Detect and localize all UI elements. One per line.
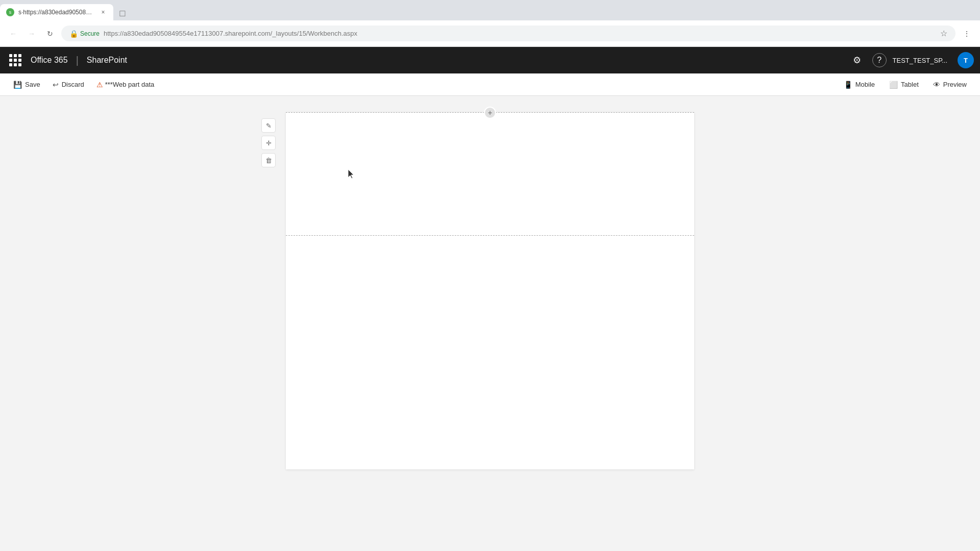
tablet-icon: ⬜ xyxy=(889,81,898,89)
tablet-label: Tablet xyxy=(901,81,919,88)
edit-webpart-button[interactable]: ✎ xyxy=(261,118,276,133)
nav-divider: | xyxy=(76,55,79,66)
browser-actions: ⋮ xyxy=(960,27,974,41)
url-text: https://a830edad9050849554e17113007.shar… xyxy=(104,30,936,37)
delete-icon: 🗑 xyxy=(265,157,272,164)
canvas-empty-space[interactable] xyxy=(286,236,694,358)
move-webpart-button[interactable]: ✛ xyxy=(261,136,276,150)
url-domain: https://a830edad9050849554e17113007.shar… xyxy=(104,30,272,37)
tab-title: s·https://a830edad9050849554e17113007.sh… xyxy=(18,9,95,16)
save-icon: 💾 xyxy=(13,81,22,89)
url-bar[interactable]: 🔒 Secure https://a830edad9050849554e1711… xyxy=(61,26,955,41)
mobile-label: Mobile xyxy=(855,81,875,88)
tablet-view-button[interactable]: ⬜ Tablet xyxy=(884,79,924,91)
user-name: TEST_TEST_SP... xyxy=(893,57,947,64)
bookmark-button[interactable]: ☆ xyxy=(940,29,947,38)
move-icon: ✛ xyxy=(266,139,272,147)
mobile-icon: 📱 xyxy=(844,81,852,89)
save-label: Save xyxy=(25,81,40,88)
preview-icon: 👁 xyxy=(933,81,940,89)
app-title: Office 365 xyxy=(31,56,68,65)
waffle-icon xyxy=(9,54,21,66)
preview-label: Preview xyxy=(943,81,967,88)
browser-tab-bar: s s·https://a830edad9050849554e17113007.… xyxy=(0,0,980,20)
save-button[interactable]: 💾 Save xyxy=(8,79,45,91)
canvas-wrapper: ✎ ✛ 🗑 + xyxy=(0,96,980,551)
edit-icon: ✎ xyxy=(266,122,272,130)
canvas: ✎ ✛ 🗑 + xyxy=(286,112,694,469)
discard-button[interactable]: ↩ Discard xyxy=(47,79,89,91)
secure-label: Secure xyxy=(80,30,100,37)
tab-close-button[interactable]: × xyxy=(99,8,107,16)
warning-text: ***Web part data xyxy=(105,81,155,88)
more-options-button[interactable]: ⋮ xyxy=(960,27,974,41)
delete-webpart-button[interactable]: 🗑 xyxy=(261,153,276,167)
add-webpart-button[interactable]: + xyxy=(484,107,496,119)
help-button[interactable]: ? xyxy=(872,53,887,67)
new-tab-button[interactable]: □ xyxy=(115,6,130,20)
add-icon: + xyxy=(488,109,492,116)
mobile-view-button[interactable]: 📱 Mobile xyxy=(839,79,880,91)
toolbar: 💾 Save ↩ Discard ⚠ ***Web part data 📱 Mo… xyxy=(0,73,980,96)
user-avatar[interactable]: T xyxy=(958,52,974,68)
url-path: _layouts/15/Workbench.aspx xyxy=(272,30,357,37)
preview-button[interactable]: 👁 Preview xyxy=(928,79,972,91)
toolbar-right: 📱 Mobile ⬜ Tablet 👁 Preview xyxy=(839,79,972,91)
forward-button[interactable]: → xyxy=(24,27,39,41)
settings-button[interactable]: ⚙ xyxy=(848,51,866,69)
app-launcher-button[interactable] xyxy=(6,51,24,69)
address-bar: ← → ↻ 🔒 Secure https://a830edad905084955… xyxy=(0,20,980,47)
app-navbar: Office 365 | SharePoint ⚙ ? TEST_TEST_SP… xyxy=(0,47,980,73)
warning-icon: ⚠ xyxy=(96,81,103,89)
tab-favicon: s xyxy=(6,8,14,16)
reload-button[interactable]: ↻ xyxy=(43,27,57,41)
active-tab[interactable]: s s·https://a830edad9050849554e17113007.… xyxy=(0,4,113,20)
discard-label: Discard xyxy=(62,81,84,88)
discard-icon: ↩ xyxy=(53,81,59,89)
warning-button[interactable]: ⚠ ***Web part data xyxy=(91,79,160,91)
secure-badge: 🔒 Secure xyxy=(69,30,100,38)
main-content: ✎ ✛ 🗑 + xyxy=(0,96,980,551)
back-button[interactable]: ← xyxy=(6,27,20,41)
lock-icon: 🔒 xyxy=(69,30,78,38)
webpart-content-area[interactable] xyxy=(286,113,694,235)
app-subtitle: SharePoint xyxy=(87,56,127,65)
